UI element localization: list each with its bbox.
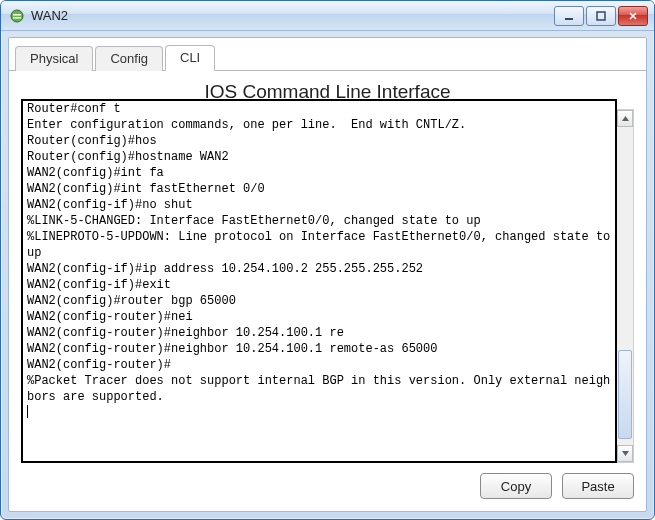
terminal-line: WAN2(config)#router bgp 65000 <box>27 293 611 309</box>
tab-label: CLI <box>180 50 200 65</box>
tab-config[interactable]: Config <box>95 46 163 71</box>
terminal-line: WAN2(config-if)#exit <box>27 277 611 293</box>
cli-panel: IOS Command Line Interface Router#conf t… <box>9 71 646 511</box>
terminal-line: Enter configuration commands, one per li… <box>27 117 611 133</box>
terminal-line: WAN2(config)#int fastEthernet 0/0 <box>27 181 611 197</box>
window-controls <box>554 6 648 26</box>
chevron-down-icon <box>622 451 629 456</box>
close-button[interactable] <box>618 6 648 26</box>
terminal-line: WAN2(config-router)#neighbor 10.254.100.… <box>27 325 611 341</box>
vertical-scrollbar[interactable] <box>617 109 634 463</box>
copy-button[interactable]: Copy <box>480 473 552 499</box>
button-label: Copy <box>501 479 531 494</box>
terminal-line: WAN2(config-if)#ip address 10.254.100.2 … <box>27 261 611 277</box>
svg-rect-1 <box>13 14 21 16</box>
terminal-line: Router(config)#hos <box>27 133 611 149</box>
button-row: Copy Paste <box>21 473 634 499</box>
scroll-down-button[interactable] <box>617 445 633 462</box>
terminal-line: %LINEPROTO-5-UPDOWN: Line protocol on In… <box>27 229 611 261</box>
titlebar[interactable]: WAN2 <box>1 1 654 31</box>
window-title: WAN2 <box>31 8 554 23</box>
client-area: Physical Config CLI IOS Command Line Int… <box>8 37 647 512</box>
terminal-line: WAN2(config-if)#no shut <box>27 197 611 213</box>
terminal-line: Router#conf t <box>27 101 611 117</box>
minimize-icon <box>564 11 574 21</box>
svg-rect-2 <box>13 17 21 19</box>
terminal-line: WAN2(config)#int fa <box>27 165 611 181</box>
svg-marker-7 <box>622 116 629 121</box>
svg-point-0 <box>11 10 23 22</box>
terminal-line: %LINK-5-CHANGED: Interface FastEthernet0… <box>27 213 611 229</box>
minimize-button[interactable] <box>554 6 584 26</box>
svg-rect-4 <box>597 12 605 20</box>
terminal-line: WAN2(config-router)#neighbor 10.254.100.… <box>27 341 611 357</box>
svg-rect-3 <box>565 18 573 20</box>
app-icon <box>9 8 25 24</box>
terminal-line: WAN2(config-router)#nei <box>27 309 611 325</box>
tab-cli[interactable]: CLI <box>165 45 215 71</box>
paste-button[interactable]: Paste <box>562 473 634 499</box>
scroll-thumb[interactable] <box>618 350 632 439</box>
button-label: Paste <box>581 479 614 494</box>
scroll-track[interactable] <box>617 127 633 445</box>
terminal[interactable]: Router#conf tEnter configuration command… <box>21 99 617 463</box>
chevron-up-icon <box>622 116 629 121</box>
close-icon <box>628 11 638 21</box>
tab-label: Physical <box>30 51 78 66</box>
terminal-line: WAN2(config-router)# <box>27 357 611 373</box>
terminal-line: Router(config)#hostname WAN2 <box>27 149 611 165</box>
maximize-icon <box>596 11 606 21</box>
scroll-up-button[interactable] <box>617 110 633 127</box>
tab-physical[interactable]: Physical <box>15 46 93 71</box>
maximize-button[interactable] <box>586 6 616 26</box>
tabstrip: Physical Config CLI <box>9 38 646 71</box>
svg-marker-8 <box>622 451 629 456</box>
terminal-container: Router#conf tEnter configuration command… <box>21 109 634 463</box>
tab-label: Config <box>110 51 148 66</box>
terminal-line <box>27 405 611 421</box>
terminal-line: %Packet Tracer does not support internal… <box>27 373 611 405</box>
app-window: WAN2 Physical Config <box>0 0 655 520</box>
